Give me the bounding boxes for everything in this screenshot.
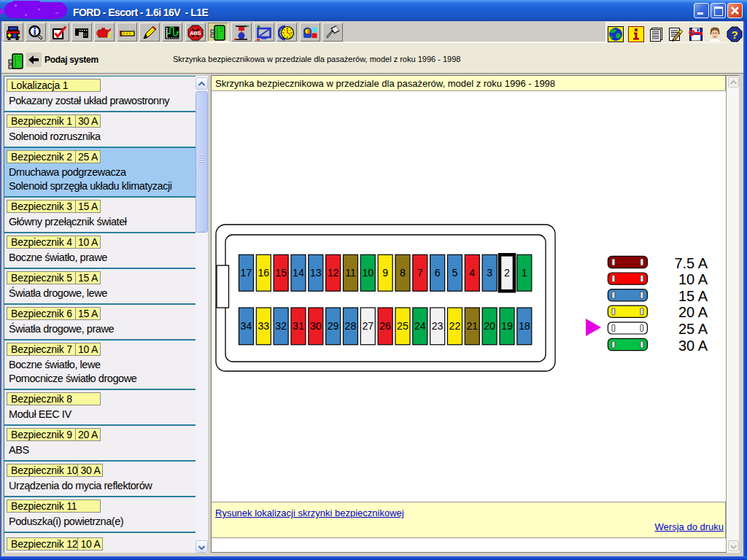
svg-text:28: 28 xyxy=(345,320,357,332)
svg-text:4: 4 xyxy=(469,267,475,279)
svg-text:21: 21 xyxy=(466,320,478,332)
svg-text:6: 6 xyxy=(435,267,441,279)
svg-text:27: 27 xyxy=(362,320,374,332)
svg-text:7.5 A: 7.5 A xyxy=(674,255,708,271)
svg-text:29: 29 xyxy=(328,320,339,332)
svg-text:22: 22 xyxy=(449,320,461,332)
svg-text:26: 26 xyxy=(379,320,391,332)
svg-text:18: 18 xyxy=(519,320,530,332)
svg-text:15 A: 15 A xyxy=(678,288,708,304)
svg-text:32: 32 xyxy=(275,320,287,332)
svg-text:ABS: ABS xyxy=(190,30,201,36)
svg-text:23: 23 xyxy=(432,320,444,332)
svg-text:?: ? xyxy=(731,28,738,41)
svg-text:13: 13 xyxy=(310,267,322,279)
svg-text:16: 16 xyxy=(258,267,269,279)
svg-text:7: 7 xyxy=(417,267,423,279)
svg-text:24: 24 xyxy=(414,320,426,332)
svg-text:34: 34 xyxy=(241,320,252,332)
svg-text:30: 30 xyxy=(310,320,322,332)
svg-text:12: 12 xyxy=(328,267,339,279)
svg-text:9: 9 xyxy=(382,267,388,279)
svg-text:11: 11 xyxy=(345,267,356,279)
svg-text:10: 10 xyxy=(362,267,374,279)
svg-text:25 A: 25 A xyxy=(678,321,708,337)
svg-text:17: 17 xyxy=(241,267,252,279)
svg-text:14: 14 xyxy=(293,267,304,279)
svg-text:3: 3 xyxy=(487,267,492,279)
svg-text:2: 2 xyxy=(504,267,510,279)
svg-text:19: 19 xyxy=(501,320,513,332)
svg-text:10 A: 10 A xyxy=(678,271,708,287)
svg-text:25: 25 xyxy=(397,320,409,332)
svg-text:5: 5 xyxy=(452,267,458,279)
svg-text:33: 33 xyxy=(258,320,269,332)
svg-text:20: 20 xyxy=(484,320,495,332)
svg-text:31: 31 xyxy=(293,320,304,332)
svg-text:1: 1 xyxy=(522,267,527,279)
svg-text:15: 15 xyxy=(275,267,287,279)
svg-text:8: 8 xyxy=(400,267,406,279)
svg-text:20 A: 20 A xyxy=(678,304,708,320)
svg-text:30 A: 30 A xyxy=(678,338,708,354)
